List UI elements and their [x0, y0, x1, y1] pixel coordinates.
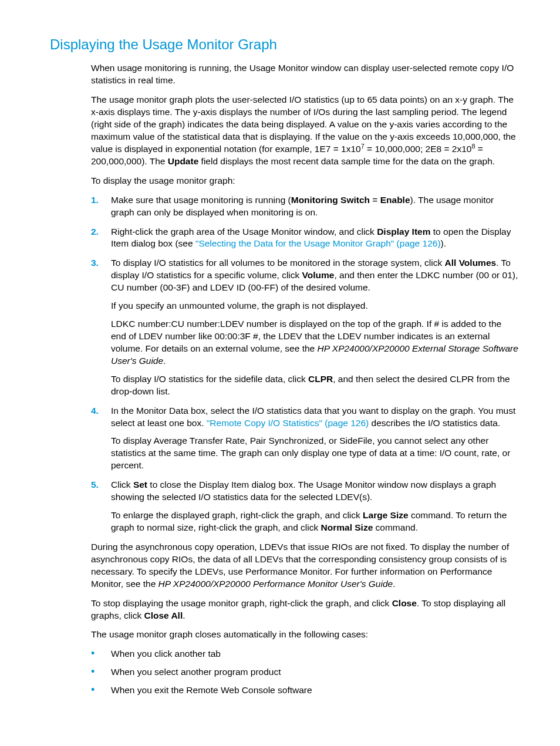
- intro-paragraph-1: When usage monitoring is running, the Us…: [91, 62, 519, 87]
- procedure-list: 1.Make sure that usage monitoring is run…: [91, 194, 519, 534]
- step-number: 2.: [91, 226, 111, 251]
- procedure-step: 3.To display I/O statistics for all volu…: [91, 257, 519, 397]
- closing-paragraph-2: To stop displaying the usage monitor gra…: [91, 598, 519, 622]
- cross-reference-link[interactable]: "Selecting the Data for the Usage Monito…: [195, 238, 441, 248]
- closing-bullet-list: •When you click another tab•When you sel…: [91, 648, 519, 697]
- cross-reference-link[interactable]: "Remote Copy I/O Statistics" (page 126): [207, 418, 369, 428]
- step-number: 3.: [91, 257, 111, 397]
- procedure-step: 4.In the Monitor Data box, select the I/…: [91, 405, 519, 472]
- step-number: 5.: [91, 479, 111, 534]
- list-item: •When you click another tab: [91, 648, 519, 660]
- list-item: •When you select another program product: [91, 666, 519, 679]
- intro-paragraph-3: To display the usage monitor graph:: [91, 175, 519, 187]
- procedure-step: 1.Make sure that usage monitoring is run…: [91, 194, 519, 219]
- closing-paragraph-1: During the asynchronous copy operation, …: [91, 541, 519, 590]
- bullet-icon: •: [91, 666, 111, 679]
- bullet-icon: •: [91, 684, 111, 697]
- section-heading: Displaying the Usage Monitor Graph: [50, 35, 519, 54]
- step-number: 4.: [91, 405, 111, 472]
- list-item: •When you exit the Remote Web Console so…: [91, 684, 519, 697]
- bullet-icon: •: [91, 648, 111, 660]
- procedure-step: 2.Right-click the graph area of the Usag…: [91, 226, 519, 251]
- intro-paragraph-2: The usage monitor graph plots the user-s…: [91, 94, 519, 168]
- closing-paragraph-3: The usage monitor graph closes automatic…: [91, 629, 519, 641]
- section-body: When usage monitoring is running, the Us…: [91, 62, 519, 697]
- step-number: 1.: [91, 194, 111, 219]
- procedure-step: 5.Click Set to close the Display Item di…: [91, 479, 519, 534]
